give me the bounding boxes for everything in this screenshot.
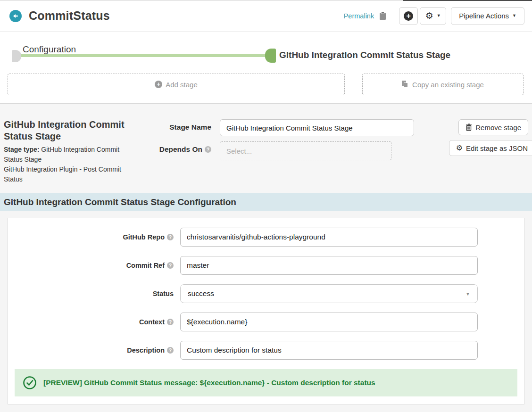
plus-circle-icon: + — [155, 81, 162, 88]
stage-heading: GitHub Integration Commit Status Stage — [4, 119, 130, 142]
gear-icon: ⚙ — [425, 11, 433, 20]
pipeline-graph-section: Configuration GitHub Integration Commit … — [0, 32, 532, 104]
clipboard-glyph — [379, 11, 387, 20]
help-icon[interactable]: ? — [205, 146, 211, 153]
github-repo-label: GitHub Repo ? — [8, 233, 174, 241]
commit-ref-field — [180, 256, 478, 275]
chevron-down-icon: ▼ — [466, 291, 470, 297]
commit-ref-label-text: Commit Ref — [126, 262, 165, 269]
copy-icon — [402, 81, 409, 88]
remove-stage-label: Remove stage — [475, 124, 521, 132]
context-label-text: Context — [139, 318, 165, 326]
gear-icon: ⚙ — [456, 144, 463, 152]
context-input[interactable] — [180, 313, 478, 331]
preview-message: [PREVIEW] GitHub Commit Status message: … — [43, 379, 375, 387]
window-top-border-dark — [403, 0, 532, 1]
stage-info: GitHub Integration Commit Status Stage S… — [4, 119, 130, 184]
status-selected-value: success — [188, 289, 214, 298]
add-stage-label: Add stage — [166, 81, 198, 89]
check-circle-icon — [23, 376, 37, 390]
chevron-down-icon: ▼ — [512, 14, 516, 18]
help-icon[interactable]: ? — [167, 262, 174, 269]
status-label-text: Status — [153, 290, 174, 297]
context-row: Context ? — [8, 313, 524, 331]
status-label: Status — [8, 290, 174, 297]
arrow-left-glyph — [12, 13, 19, 19]
copy-existing-stage-label: Copy an existing stage — [412, 81, 484, 89]
commit-ref-label: Commit Ref ? — [8, 262, 174, 269]
status-row: Status success ▼ — [8, 284, 524, 303]
stage-node-label[interactable]: GitHub Integration Commit Status Stage — [279, 50, 450, 60]
stage-type-label: Stage type: — [4, 146, 39, 153]
remove-stage-button[interactable]: Remove stage — [458, 119, 528, 135]
edit-stage-as-json-button[interactable]: ⚙ Edit stage as JSON — [449, 140, 532, 156]
help-icon[interactable]: ? — [167, 234, 174, 240]
commit-ref-input[interactable] — [180, 256, 478, 275]
copy-permalink-icon[interactable] — [379, 11, 387, 20]
depends-on-label-text: Depends On — [159, 145, 202, 154]
pipeline-config-header: CommitStatus Permalink + ⚙ ▼ Pipeline Ac… — [0, 0, 532, 32]
stage-buttons-row: + Add stage Copy an existing stage — [0, 74, 532, 95]
trash-icon — [466, 124, 472, 131]
help-icon[interactable]: ? — [167, 347, 174, 354]
header-left: CommitStatus — [9, 9, 110, 23]
back-icon[interactable] — [9, 10, 22, 22]
stage-configuration-card: GitHub Repo ? Commit Ref ? Status succes… — [8, 218, 524, 404]
context-label: Context ? — [8, 318, 174, 326]
stage-name-label: Stage Name — [158, 119, 211, 132]
description-label-text: Description — [127, 346, 165, 354]
pipeline-settings-button[interactable]: ⚙ ▼ — [420, 7, 446, 25]
copy-existing-stage-button[interactable]: Copy an existing stage — [362, 74, 524, 95]
stage-type-line: Stage type: GitHub Integration Commit St… — [4, 145, 130, 165]
description-field — [180, 341, 478, 360]
add-stage-button[interactable]: + Add stage — [8, 74, 345, 95]
stage-configuration-section-header: GitHub Integration Commit Status Stage C… — [0, 193, 532, 211]
depends-on-label: Depends On ? — [158, 141, 211, 154]
stage-name-input[interactable] — [220, 119, 414, 136]
help-icon[interactable]: ? — [167, 319, 174, 325]
depends-on-placeholder: Select... — [226, 147, 252, 155]
github-repo-input[interactable] — [180, 228, 478, 247]
pipeline-title: CommitStatus — [29, 9, 110, 23]
status-select[interactable]: success ▼ — [180, 284, 478, 303]
chevron-down-icon: ▼ — [437, 14, 441, 18]
depends-on-select[interactable]: Select... — [220, 141, 391, 160]
depends-on-row: Depends On ? Select... — [158, 141, 414, 160]
configuration-node-label[interactable]: Configuration — [23, 44, 76, 55]
description-input[interactable] — [180, 341, 478, 360]
description-label: Description ? — [8, 346, 174, 354]
edit-stage-as-json-label: Edit stage as JSON — [466, 144, 528, 152]
pipeline-actions-button[interactable]: Pipeline Actions ▼ — [451, 7, 524, 25]
github-repo-label-text: GitHub Repo — [123, 233, 165, 241]
stage-name-row: Stage Name — [158, 119, 414, 136]
commit-ref-row: Commit Ref ? — [8, 256, 524, 275]
pipeline-actions-label: Pipeline Actions — [459, 12, 509, 20]
context-field — [180, 313, 478, 331]
stage-fields: Stage Name Depends On ? Select... — [158, 119, 414, 165]
stage-editor-section: GitHub Integration Commit Status Stage S… — [0, 104, 532, 193]
create-pipeline-button[interactable]: + — [399, 7, 418, 25]
status-field: success ▼ — [180, 284, 478, 303]
permalink-link[interactable]: Permalink — [344, 12, 374, 20]
commit-status-preview-alert: [PREVIEW] GitHub Commit Status message: … — [15, 369, 517, 396]
configuration-node[interactable] — [12, 50, 21, 62]
pipeline-graph: Configuration GitHub Integration Commit … — [0, 32, 532, 74]
plugin-description: GitHub Integration Plugin - Post Commit … — [4, 165, 130, 184]
header-actions: Permalink + ⚙ ▼ Pipeline Actions ▼ — [344, 7, 524, 25]
github-repo-field — [180, 228, 478, 247]
github-repo-row: GitHub Repo ? — [8, 228, 524, 247]
description-row: Description ? — [8, 341, 524, 360]
plus-circle-icon: + — [404, 11, 413, 21]
stage-node[interactable] — [265, 49, 276, 63]
stage-actions: Remove stage ⚙ Edit stage as JSON — [449, 119, 532, 156]
